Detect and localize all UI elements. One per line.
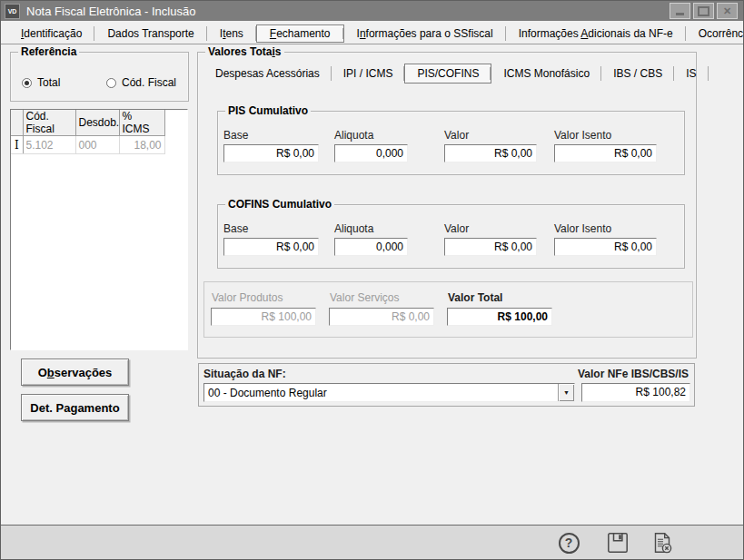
cofins-valor-isento-input[interactable]: R$ 0,00 [554,238,657,256]
tab-ocorrencias[interactable]: Ocorrências [686,24,744,44]
radio-cod-fiscal-label: Cód. Fiscal [122,76,176,89]
situacao-label: Situação da NF: [203,368,286,380]
main-tabbar: Identificação Dados Transporte Itens Fec… [1,24,743,44]
cell-desdob[interactable]: 000 [75,136,119,154]
pis-cumulativo-group: PIS Cumulativo Base R$ 0,00 Aliquota 0,0… [217,111,685,175]
items-grid-table: Cód. Fiscal Desdob. % ICMS I 5.102 000 1… [11,110,187,154]
subtab-ibs-cbs[interactable]: IBS / CBS [601,64,674,84]
subtab-pis-cofins[interactable]: PIS/COFINS [404,64,491,84]
tab-informacoes-adicionais-nfe[interactable]: Informações Adicionais da NF-e [506,24,686,44]
row-indicator-icon: I [11,136,23,154]
radio-cod-fiscal-circle [106,78,116,88]
grid-header-filler [164,110,187,136]
valor-total-label: Valor Total [448,291,502,304]
pis-valor-isento-label: Valor Isento [554,129,611,142]
cofins-base-label: Base [223,222,248,235]
situacao-panel: Situação da NF: 00 - Documento Regular ▼… [198,363,695,407]
pis-base-input[interactable]: R$ 0,00 [223,144,319,162]
radio-total-circle [22,78,32,88]
cell-perc-icms[interactable]: 18,00 [119,136,164,154]
subtab-ipi-icms[interactable]: IPI / ICMS [332,64,405,84]
statusbar: ? [1,525,743,560]
valores-totais-legend: Valores Totais [205,45,284,58]
combo-dropdown-button[interactable]: ▼ [558,384,574,401]
cofins-valor-isento-label: Valor Isento [554,222,611,235]
valor-nfe-label: Valor NFe IBS/CBS/IS [578,368,689,380]
maximize-button[interactable] [693,3,714,19]
chevron-down-icon: ▼ [563,389,570,396]
pis-valor-isento-input[interactable]: R$ 0,00 [554,144,657,162]
minimize-icon [676,13,684,15]
close-icon: ✕ [723,6,731,16]
minimize-button[interactable] [670,3,690,19]
grid-data-row[interactable]: I 5.102 000 18,00 [11,136,187,154]
cancel-document-icon [650,531,674,555]
valores-totais-group: Valores Totais Despesas Acessórias IPI /… [197,52,697,359]
valor-total-input[interactable]: R$ 100,00 [447,308,552,326]
radio-total[interactable]: Total [22,76,60,89]
valor-servicos-label: Valor Serviços [330,291,399,304]
subtab-despesas-acessorias[interactable]: Despesas Acessórias [203,64,332,84]
cofins-aliquota-label: Aliquota [334,222,373,235]
pis-valor-input[interactable]: R$ 0,00 [444,144,537,162]
grid-header-cod-fiscal: Cód. Fiscal [23,110,75,136]
pis-cumulativo-legend: PIS Cumulativo [225,104,311,117]
cofins-valor-input[interactable]: R$ 0,00 [444,238,537,256]
save-button[interactable] [606,531,630,555]
pis-valor-label: Valor [444,129,469,142]
tab-itens[interactable]: Itens [207,24,256,44]
app-window: VD Nota Fiscal Eletrônica - Inclusão ✕ I… [0,0,744,560]
pis-aliquota-label: Aliquota [334,129,373,142]
cofins-aliquota-input[interactable]: 0,000 [334,238,408,256]
valor-produtos-label: Valor Produtos [212,291,283,304]
subtab-is[interactable]: IS [674,64,708,84]
window-controls: ✕ [670,3,743,19]
cell-cod-fiscal[interactable]: 5.102 [23,136,75,154]
grid-header-perc-icms: % ICMS [119,110,164,136]
window-title: Nota Fiscal Eletrônica - Inclusão [26,5,195,18]
grid-header-desdob: Desdob. [75,110,119,136]
valor-produtos-input[interactable]: R$ 100,00 [211,308,316,326]
cancel-document-button[interactable] [650,531,674,555]
referencia-legend: Referência [18,45,79,58]
tab-identificacao[interactable]: Identificação [8,24,94,44]
save-icon [606,531,630,555]
cofins-cumulativo-legend: COFINS Cumulativo [225,198,334,211]
grid-indicator-header [11,110,23,136]
cofins-base-input[interactable]: R$ 0,00 [223,238,319,256]
valor-nfe-input[interactable]: R$ 100,82 [581,383,690,402]
cell-filler [164,136,187,154]
items-grid[interactable]: Cód. Fiscal Desdob. % ICMS I 5.102 000 1… [10,109,188,350]
tab-fechamento[interactable]: Fechamento [256,25,344,43]
radio-cod-fiscal[interactable]: Cód. Fiscal [106,76,176,89]
grid-header-row: Cód. Fiscal Desdob. % ICMS [11,110,187,136]
close-button[interactable]: ✕ [717,3,738,19]
det-pagamento-button[interactable]: Det. Pagamento [21,394,129,421]
pis-base-label: Base [223,129,248,142]
observacoes-button[interactable]: Observações [21,359,129,386]
help-button[interactable]: ? [557,531,580,555]
tab-informacoes-ssfiscal[interactable]: Informações para o SSfiscal [344,24,506,44]
subtab-icms-monofasico[interactable]: ICMS Monofásico [491,64,601,84]
totais-panel: Valor Produtos R$ 100,00 Valor Serviços … [203,281,693,338]
cofins-valor-label: Valor [444,222,469,235]
situacao-combobox[interactable]: 00 - Documento Regular ▼ [203,383,575,402]
radio-total-label: Total [37,76,60,89]
referencia-group: Referência Total Cód. Fiscal [10,52,189,102]
maximize-icon [698,6,709,16]
valores-subtabbar: Despesas Acessórias IPI / ICMS PIS/COFIN… [203,64,709,84]
tab-dados-transporte[interactable]: Dados Transporte [94,24,206,44]
cofins-cumulativo-group: COFINS Cumulativo Base R$ 0,00 Aliquota … [217,204,685,269]
app-icon: VD [5,4,20,19]
situacao-value: 00 - Documento Regular [204,384,558,401]
pis-aliquota-input[interactable]: 0,000 [334,144,408,162]
help-icon: ? [559,533,580,554]
titlebar: VD Nota Fiscal Eletrônica - Inclusão ✕ [1,1,743,21]
valor-servicos-input[interactable]: R$ 0,00 [329,308,434,326]
